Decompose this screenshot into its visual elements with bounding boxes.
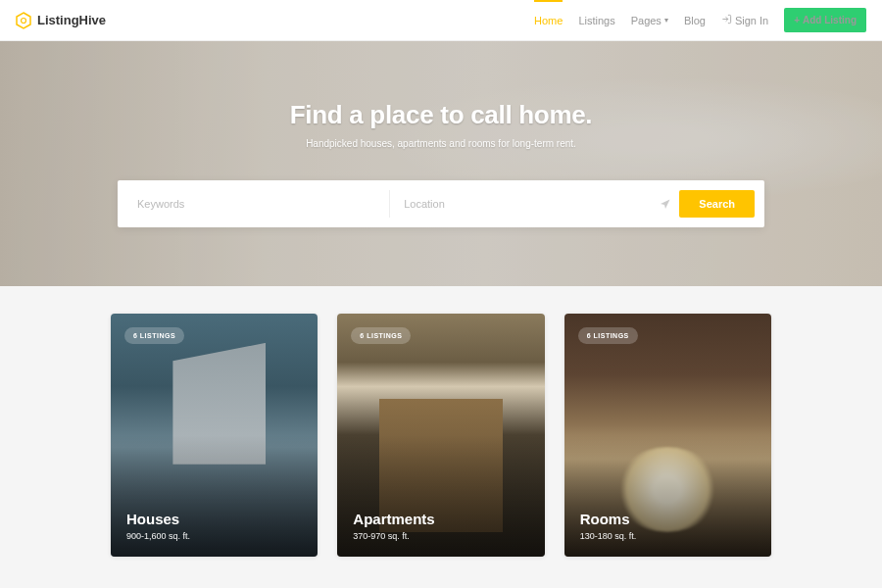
card-title: Houses xyxy=(126,511,190,527)
card-meta: 900-1,600 sq. ft. xyxy=(126,531,190,541)
card-rooms[interactable]: 6 LISTINGS Rooms 130-180 sq. ft. xyxy=(564,314,771,557)
divider xyxy=(389,190,390,218)
hero-title: Find a place to call home. xyxy=(290,100,593,130)
logo-icon xyxy=(16,12,31,29)
search-button[interactable]: Search xyxy=(679,190,755,218)
listing-count-badge: 6 LISTINGS xyxy=(351,327,411,344)
svg-point-0 xyxy=(22,18,26,23)
nav-blog[interactable]: Blog xyxy=(684,15,706,26)
card-title: Apartments xyxy=(353,511,434,527)
plus-icon: + xyxy=(794,15,800,25)
card-info: Houses 900-1,600 sq. ft. xyxy=(126,511,190,541)
hero: Find a place to call home. Handpicked ho… xyxy=(0,41,882,286)
nav-pages[interactable]: Pages▾ xyxy=(631,15,668,26)
card-apartments[interactable]: 6 LISTINGS Apartments 370-970 sq. ft. xyxy=(337,314,544,557)
location-icon xyxy=(652,190,679,218)
signin-icon xyxy=(721,14,732,26)
card-info: Apartments 370-970 sq. ft. xyxy=(353,511,434,541)
nav: Home Listings Pages▾ Blog Sign In + Add … xyxy=(534,8,866,32)
nav-signin[interactable]: Sign In xyxy=(721,14,768,26)
search-bar: Search xyxy=(118,180,764,227)
logo[interactable]: ListingHive xyxy=(16,12,106,29)
keywords-input[interactable] xyxy=(127,190,385,218)
listing-count-badge: 6 LISTINGS xyxy=(578,327,638,344)
nav-listings[interactable]: Listings xyxy=(578,15,614,26)
card-meta: 130-180 sq. ft. xyxy=(580,531,637,541)
category-cards: 6 LISTINGS Houses 900-1,600 sq. ft. 6 LI… xyxy=(0,286,882,584)
card-info: Rooms 130-180 sq. ft. xyxy=(580,511,637,541)
location-input[interactable] xyxy=(394,190,652,218)
header: ListingHive Home Listings Pages▾ Blog Si… xyxy=(0,0,882,41)
nav-home[interactable]: Home xyxy=(534,15,563,26)
brand-name: ListingHive xyxy=(37,13,106,27)
add-listing-button[interactable]: + Add Listing xyxy=(784,8,866,32)
hero-subtitle: Handpicked houses, apartments and rooms … xyxy=(290,138,593,149)
chevron-down-icon: ▾ xyxy=(664,16,668,24)
card-meta: 370-970 sq. ft. xyxy=(353,531,434,541)
card-title: Rooms xyxy=(580,511,637,527)
listing-count-badge: 6 LISTINGS xyxy=(124,327,184,344)
card-houses[interactable]: 6 LISTINGS Houses 900-1,600 sq. ft. xyxy=(111,314,318,557)
